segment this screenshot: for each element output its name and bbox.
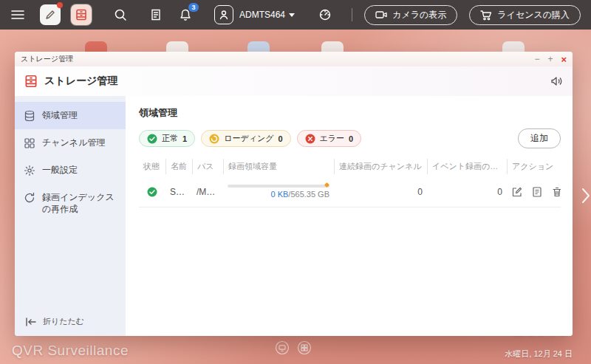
status-badge-loading: ローディング 0 — [201, 130, 290, 147]
desktop-background: 16:46 — [0, 0, 591, 364]
sidebar-item-label: 一般設定 — [42, 164, 78, 176]
dashboard-button[interactable] — [318, 8, 332, 21]
gear-icon — [24, 165, 35, 176]
chevron-down-icon — [289, 13, 295, 17]
delete-button[interactable] — [551, 186, 561, 198]
storage-manager-window: ストレージ管理 − + × ストレージ管理 — [15, 52, 573, 336]
add-volume-button[interactable]: 追加 — [518, 128, 561, 148]
refresh-icon — [24, 192, 35, 204]
error-circle-icon — [305, 134, 315, 144]
page-title: 領域管理 — [139, 106, 561, 120]
sidebar-item-rebuild-index[interactable]: 録画インデックスの再作成 — [15, 184, 126, 222]
storage-cabinet-icon — [75, 8, 88, 21]
row-event-channels: 0 — [427, 185, 507, 199]
monitor-view-button[interactable] — [275, 340, 290, 355]
volume-management-panel: 領域管理 正常 1 ローディング 0 — [126, 96, 573, 336]
logs-button[interactable] — [149, 8, 163, 21]
camera-icon — [375, 10, 387, 20]
buy-license-label: ライセンスの購入 — [497, 9, 570, 21]
capacity-text: 0 KB/565.35 GB — [228, 190, 329, 199]
storage-volume-icon — [24, 110, 35, 122]
gauge-icon — [318, 8, 332, 21]
main-menu-button[interactable] — [10, 9, 25, 21]
search-icon — [114, 8, 127, 21]
status-label: 正常 — [162, 133, 178, 144]
open-app-chip[interactable] — [40, 4, 61, 25]
edit-icon — [511, 186, 523, 198]
collapse-sidebar-button[interactable]: 折りたたむ — [15, 307, 126, 336]
notification-count-badge: 3 — [188, 3, 199, 12]
sidebar-item-label: 録画インデックスの再作成 — [42, 191, 117, 215]
window-title: ストレージ管理 — [44, 75, 117, 88]
header-actions: アクション — [507, 159, 561, 174]
details-button[interactable] — [531, 186, 543, 198]
desktop-date: 水曜日, 12月 24 日 — [505, 348, 573, 360]
capacity-progress-bar — [228, 185, 329, 188]
logs-icon — [149, 8, 163, 21]
minimize-button[interactable]: − — [534, 55, 539, 63]
side-panel-toggle[interactable] — [581, 186, 591, 205]
header-path: パス — [192, 159, 223, 174]
buy-license-button[interactable]: ライセンスの購入 — [469, 5, 581, 25]
user-name: ADMTS464 — [239, 10, 285, 20]
search-button[interactable] — [114, 8, 127, 21]
grid-circle-icon — [297, 340, 312, 355]
desktop-dock — [275, 340, 312, 355]
header-capacity: 録画領域容量 — [223, 159, 334, 174]
sidebar-item-channel-management[interactable]: チャンネル管理 — [15, 129, 126, 157]
status-label: ローディング — [224, 133, 273, 144]
chevron-right-icon — [581, 186, 591, 205]
trash-icon — [551, 186, 561, 198]
edit-button[interactable] — [511, 186, 523, 198]
capacity-total: /565.35 GB — [288, 190, 329, 199]
notifications-button[interactable]: 3 — [179, 8, 192, 21]
header-continuous-channels: 連続録画のチャンネル — [334, 159, 427, 174]
loading-circle-icon — [209, 134, 219, 144]
status-badge-error: エラー 0 — [297, 130, 362, 147]
capacity-used: 0 KB — [270, 190, 288, 199]
row-status-cell — [139, 185, 165, 199]
monitor-circle-icon — [275, 340, 290, 355]
volumes-table: 状態 名前 パス 録画領域容量 連続録画のチャンネル イベント録画のチャン...… — [139, 159, 561, 207]
window-titlebar[interactable]: ストレージ管理 − + × — [15, 52, 573, 66]
sidebar-item-label: 領域管理 — [42, 109, 78, 121]
storage-cabinet-icon — [24, 74, 38, 89]
grid-view-button[interactable] — [297, 340, 312, 355]
check-circle-icon — [147, 187, 157, 197]
status-count: 0 — [349, 134, 353, 143]
row-continuous-channels: 0 — [334, 185, 427, 199]
report-icon — [531, 186, 543, 198]
row-actions-cell — [507, 184, 561, 200]
announcement-button[interactable] — [550, 75, 564, 87]
header-event-channels: イベント録画のチャン... — [427, 159, 507, 174]
status-count: 1 — [182, 134, 187, 143]
collapse-label: 折りたたむ — [43, 316, 84, 327]
status-label: エラー — [320, 133, 345, 144]
megaphone-icon — [550, 75, 564, 87]
user-icon — [218, 9, 230, 21]
product-brand: QVR Surveillance — [12, 343, 129, 359]
capacity-threshold-marker — [324, 182, 329, 188]
maximize-button[interactable]: + — [547, 55, 553, 63]
status-count: 0 — [278, 134, 282, 143]
sidebar-item-label: チャンネル管理 — [42, 137, 105, 148]
channels-grid-icon — [24, 137, 35, 149]
collapse-left-icon — [25, 317, 37, 326]
show-cameras-label: カメラの表示 — [392, 9, 446, 21]
status-summary-row: 正常 1 ローディング 0 エラー — [139, 128, 561, 148]
table-row[interactable]: Spa... /Mul... 0 KB/565.35 GB 0 — [139, 177, 561, 207]
show-cameras-button[interactable]: カメラの表示 — [364, 5, 457, 25]
close-button[interactable]: × — [561, 55, 567, 64]
topbar-divider — [352, 8, 352, 21]
storage-manager-app-chip[interactable] — [71, 4, 92, 25]
sidebar-item-volume-management[interactable]: 領域管理 — [15, 102, 126, 129]
cart-icon — [480, 10, 492, 21]
user-menu[interactable]: ADMTS464 — [239, 10, 295, 20]
user-avatar[interactable] — [214, 5, 233, 24]
row-name: Spa... — [165, 185, 192, 199]
sidebar-item-general-settings[interactable]: 一般設定 — [15, 157, 126, 184]
row-path: /Mul... — [192, 185, 223, 199]
hamburger-icon — [10, 9, 25, 21]
status-badge-normal: 正常 1 — [139, 130, 195, 147]
pen-tool-icon — [44, 9, 56, 21]
